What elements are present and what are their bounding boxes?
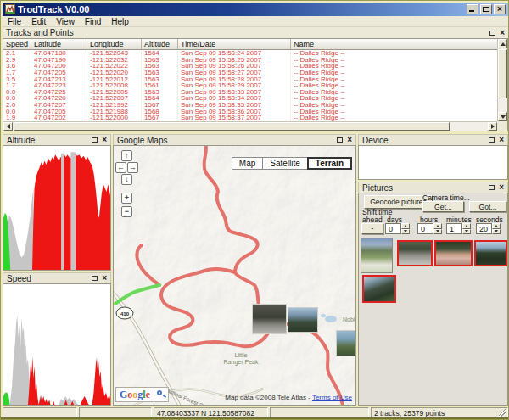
vertical-scrollbar[interactable] — [497, 39, 507, 121]
hours-field[interactable]: 0 — [417, 223, 433, 234]
minimize-button[interactable] — [467, 4, 478, 14]
column-header-speed[interactable]: Speed — [3, 39, 31, 50]
map-type-map[interactable]: Map — [232, 157, 263, 170]
close-button[interactable]: × — [494, 4, 506, 14]
photo-thumbnail-3[interactable] — [434, 240, 473, 266]
photo-thumbnail-2[interactable] — [397, 240, 433, 266]
table-row[interactable]: 2.147.047180-121.5220431564Sun Sep 09 15… — [3, 50, 497, 57]
menu-edit[interactable]: Edit — [26, 16, 51, 27]
photo-thumbnail-1[interactable] — [361, 238, 393, 273]
table-row[interactable]: 2.947.047190-121.5220321563Sun Sep 09 15… — [3, 57, 497, 64]
step-down-button[interactable] — [492, 229, 501, 235]
maximize-button[interactable] — [480, 4, 492, 14]
pictures-panel-header: Pictures × — [358, 182, 508, 193]
close-panel-icon[interactable]: × — [102, 136, 107, 144]
pan-left-button[interactable]: ← — [115, 162, 126, 173]
table-row[interactable]: 1.747.047223-121.5220081561Sun Sep 09 15… — [3, 82, 497, 89]
step-down-button[interactable] — [401, 229, 410, 235]
scroll-right-button[interactable] — [488, 122, 497, 131]
table-row[interactable]: 2.047.047207-121.5219921567Sun Sep 09 15… — [3, 102, 497, 109]
menu-help[interactable]: Help — [106, 16, 134, 27]
photo-thumbnail-5[interactable] — [362, 275, 396, 303]
float-panel-icon[interactable] — [92, 137, 98, 143]
track-points-table: Speed Latitude Longitude Altitude Time/D… — [3, 38, 508, 131]
terms-of-use-link[interactable]: Terms of Use — [312, 394, 352, 401]
table-row[interactable]: 0.047.047205-121.5219881568Sun Sep 09 15… — [3, 109, 497, 115]
resize-grip[interactable] — [499, 409, 506, 417]
pan-down-button[interactable]: ↓ — [121, 174, 132, 185]
table-cell: 1568 — [142, 109, 178, 115]
float-panel-icon[interactable] — [489, 137, 495, 143]
step-down-button[interactable] — [433, 229, 442, 235]
close-panel-icon[interactable]: × — [500, 29, 505, 37]
days-field[interactable]: 0 — [385, 223, 401, 234]
zoom-out-button[interactable]: − — [121, 206, 132, 217]
scroll-left-button[interactable] — [3, 122, 13, 131]
column-header-name[interactable]: Name — [291, 39, 497, 50]
scroll-up-button[interactable] — [498, 39, 507, 48]
minutes-field[interactable]: 1 — [446, 223, 462, 234]
seconds-field[interactable]: 20 — [476, 223, 492, 234]
map-photo-marker-1[interactable] — [252, 304, 287, 334]
track-summary-text: 2 tracks, 25379 points — [374, 409, 445, 417]
float-panel-icon[interactable] — [489, 185, 495, 190]
map-photo-marker-2[interactable] — [288, 307, 318, 333]
map-photo-marker-3[interactable] — [336, 330, 356, 356]
menu-view[interactable]: View — [51, 16, 80, 27]
map-type-satellite[interactable]: Satellite — [262, 157, 308, 170]
got-button[interactable]: Got... — [469, 201, 506, 212]
table-cell: Sun Sep 09 15:58:25 2007 — [178, 57, 291, 64]
table-row[interactable]: 1.947.047202-121.5220001567Sun Sep 09 15… — [3, 115, 497, 121]
device-list[interactable] — [358, 145, 508, 180]
table-row[interactable]: 0.047.047220-121.5220071564Sun Sep 09 15… — [3, 95, 497, 102]
map-panel-title: Google Maps — [117, 136, 167, 145]
menu-file[interactable]: File — [3, 16, 26, 27]
horizontal-scroll-thumb[interactable] — [14, 122, 450, 131]
ahead-toggle-button[interactable]: - — [361, 223, 383, 234]
google-logo[interactable]: Google — [115, 387, 169, 402]
table-row[interactable]: 1.747.047205-121.5220201563Sun Sep 09 15… — [3, 70, 497, 76]
column-header-latitude[interactable]: Latitude — [31, 39, 87, 50]
table-cell: 2.1 — [3, 50, 31, 57]
close-panel-icon[interactable]: × — [499, 183, 504, 192]
table-cell: 47.047225 — [31, 89, 87, 96]
table-cell: -121.522005 — [87, 89, 142, 96]
map-type-terrain[interactable]: Terrain — [307, 157, 352, 170]
column-header-timedate[interactable]: Time/Date — [178, 39, 291, 50]
zoom-in-button[interactable]: + — [121, 193, 132, 204]
peak-label-line1: Little — [235, 352, 248, 358]
photo-thumbnail-4[interactable] — [474, 240, 507, 266]
route-shield-label: 410 — [120, 311, 130, 316]
get-button[interactable]: Get... — [422, 201, 464, 212]
close-panel-icon[interactable]: × — [499, 136, 504, 144]
altitude-panel-header: Altitude × — [3, 134, 111, 145]
search-icon[interactable] — [154, 387, 169, 402]
float-panel-icon[interactable] — [92, 276, 98, 281]
device-panel-header: Device × — [358, 134, 508, 145]
pan-right-button[interactable]: → — [127, 162, 138, 173]
step-down-button[interactable] — [462, 229, 471, 235]
status-segment-2 — [79, 407, 152, 418]
menu-find[interactable]: Find — [80, 16, 106, 27]
close-panel-icon[interactable]: × — [102, 274, 107, 283]
column-header-altitude[interactable]: Altitude — [142, 39, 178, 50]
speed-chart — [3, 283, 111, 406]
column-header-longitude[interactable]: Longitude — [87, 39, 142, 50]
float-panel-icon[interactable] — [489, 31, 495, 36]
table-row[interactable]: 0.047.047225-121.5220051563Sun Sep 09 15… — [3, 89, 497, 96]
google-maps-panel: Google Maps × — [113, 134, 356, 406]
table-row[interactable]: 3.647.047200-121.5220221563Sun Sep 09 15… — [3, 63, 497, 70]
pan-up-button[interactable]: ↑ — [121, 150, 132, 161]
vertical-scroll-thumb[interactable] — [498, 49, 507, 98]
table-cell: -121.522022 — [87, 63, 142, 70]
altitude-gap-2 — [70, 152, 76, 270]
horizontal-scrollbar[interactable] — [3, 121, 497, 131]
scrollbar-corner — [497, 121, 507, 131]
scroll-down-button[interactable] — [498, 112, 507, 121]
table-cell: Sun Sep 09 15:58:35 2007 — [178, 102, 291, 109]
google-logo-text: Google — [115, 387, 154, 402]
float-panel-icon[interactable] — [337, 137, 343, 143]
table-row[interactable]: 3.547.047213-121.5220121563Sun Sep 09 15… — [3, 76, 497, 83]
map-canvas[interactable]: 410 Little Ranger Peak Noble National Fo… — [113, 145, 356, 406]
close-panel-icon[interactable]: × — [347, 136, 352, 144]
